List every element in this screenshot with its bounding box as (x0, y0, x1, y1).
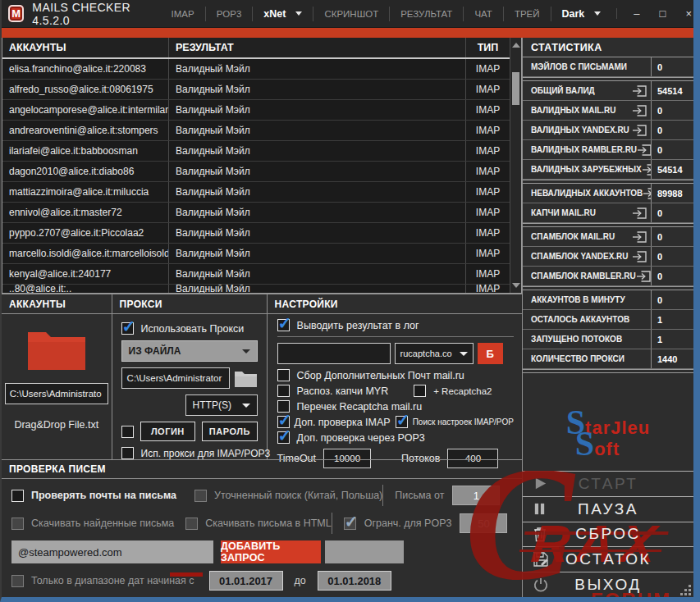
cell-account: ..80@alice.it:.. (2, 285, 168, 293)
export-icon[interactable] (632, 231, 647, 243)
resize-grip[interactable] (680, 585, 691, 595)
export-icon[interactable] (632, 251, 647, 262)
cell-result: Валидный Мэйл (168, 203, 465, 222)
table-row[interactable]: mattiazzimoira@alice.it:miluccia Валидны… (2, 182, 510, 203)
exit-button[interactable]: ВЫХОД (523, 572, 693, 597)
imap-pop-search-checkbox[interactable] (396, 416, 408, 428)
export-icon[interactable] (632, 208, 647, 219)
check-mails-label: Проверять почты на письма (31, 490, 176, 501)
date-to-label: до (295, 575, 306, 586)
brand-text-2: oft (594, 439, 620, 459)
captcha-key-input[interactable] (277, 343, 391, 364)
menu-item-label: СКРИНШОТ (324, 9, 378, 19)
download-html-checkbox[interactable] (185, 518, 198, 530)
table-row[interactable]: ..80@alice.it:.. Валидный Мэйл IMAP (2, 285, 510, 293)
column-header-result[interactable]: РЕЗУЛЬТАТ (168, 38, 465, 57)
statistics-title: СТАТИСТИКА (523, 38, 693, 57)
column-header-type[interactable]: ТИП (465, 38, 510, 57)
menu-item[interactable]: IMAP (161, 7, 205, 21)
remainder-button[interactable]: ОСТАТОК (523, 546, 693, 572)
table-row[interactable]: ilariafei@alice.it:babboosman Валидный М… (2, 141, 510, 162)
myr-captcha-checkbox[interactable] (277, 385, 290, 397)
table-scrollbar[interactable] (510, 38, 521, 293)
stat-row-wrap: КАПЧИ MAIL.RU 0 (523, 203, 693, 223)
pop3-check-checkbox[interactable] (277, 431, 290, 444)
cell-account: ilariafei@alice.it:babboosman (2, 141, 168, 161)
stat-value: 0 (651, 57, 693, 76)
export-icon[interactable] (637, 144, 651, 156)
table-row[interactable]: angelocamporese@alice.it:intermilan Вали… (2, 100, 510, 121)
scroll-down-icon[interactable] (510, 280, 521, 291)
date-from-input[interactable]: 01.01.2017 (209, 571, 283, 591)
balance-button[interactable]: Б (478, 343, 503, 364)
reset-button[interactable]: СБРОС (523, 522, 693, 547)
export-icon[interactable] (632, 125, 647, 136)
captcha-service-select[interactable]: rucaptcha.co (395, 343, 474, 364)
proxy-source-select[interactable]: ИЗ ФАЙЛА (121, 340, 258, 362)
close-button[interactable]: × (685, 8, 692, 19)
keyword-input[interactable]: Приветствую вас, (305, 597, 471, 602)
recaptcha2-checkbox[interactable] (414, 385, 426, 397)
scroll-up-icon[interactable] (510, 39, 521, 51)
cell-type: IMAP (465, 203, 510, 222)
cell-account: marcello.isoldi@alice.it:marcelloisold (2, 244, 168, 263)
export-icon[interactable] (632, 85, 647, 97)
table-row[interactable]: elisa.franchino@alice.it:220083 Валидный… (2, 59, 510, 80)
table-row[interactable]: dagon2010@alice.it:diabo86 Валидный Мэйл… (2, 162, 510, 182)
stat-label: ЗАПУЩЕНО ПОТОКОВ (531, 335, 622, 344)
right-panel: СТАТИСТИКА МЭЙЛОВ С ПИСЬМАМИ (522, 38, 693, 597)
browse-folder-icon[interactable] (234, 369, 258, 388)
query-list-box[interactable] (325, 540, 404, 563)
export-icon[interactable] (643, 188, 651, 199)
column-header-accounts[interactable]: АККАУНТЫ (2, 38, 168, 57)
pop3-limit-input[interactable]: 50 (460, 513, 507, 533)
check-mails-checkbox[interactable] (11, 490, 24, 502)
menu-item[interactable]: POP3 (205, 7, 253, 21)
export-icon[interactable] (636, 271, 651, 282)
pause-button[interactable]: ПАУЗА (523, 496, 693, 522)
date-to-input[interactable]: 01.01.2018 (318, 571, 391, 591)
collect-extra-mails-checkbox[interactable] (277, 369, 290, 381)
table-row[interactable]: andrearoventini@alice.it:stompers Валидн… (2, 121, 510, 141)
minimize-button[interactable]: – (634, 8, 639, 19)
export-icon[interactable] (632, 105, 647, 116)
proxy-imap-pop3-checkbox[interactable] (121, 447, 134, 459)
download-mails-checkbox[interactable] (11, 518, 24, 530)
menu-item[interactable]: ТРЕЙ (503, 7, 551, 21)
start-button[interactable]: СТАРТ (523, 471, 693, 496)
table-row[interactable]: alfredo_russo@alice.it:08061975 Валидный… (2, 80, 510, 100)
refined-search-checkbox[interactable] (194, 490, 207, 502)
mail-check-title: ПРОВЕРКА ПИСЕМ (2, 460, 522, 479)
query-input[interactable]: @steampowered.com (11, 540, 213, 563)
date-range-checkbox[interactable] (11, 575, 24, 587)
menu-item[interactable]: ЧАТ (463, 7, 502, 21)
proxy-password-button[interactable]: ПАРОЛЬ (202, 422, 258, 441)
menu-item[interactable]: СКРИНШОТ (313, 7, 389, 21)
drop-folder-icon[interactable] (2, 326, 112, 373)
table-row[interactable]: ennivol@alice.it:master72 Валидный Мэйл … (2, 203, 510, 223)
table-row[interactable]: marcello.isoldi@alice.it:marcelloisold В… (2, 244, 510, 264)
proxy-login-button[interactable]: ЛОГИН (140, 422, 196, 441)
proxy-path-input[interactable]: C:\Users\Administrator (121, 367, 230, 389)
stat-row: АККАУНТОВ В МИНУТУ 0 (523, 290, 693, 310)
proxy-protocol-select[interactable]: HTTP(S) (185, 394, 258, 416)
stat-value: 54514 (651, 160, 693, 179)
table-row[interactable]: kenyal@alice.it:240177 Валидный Мэйл IMA… (2, 264, 510, 285)
pop3-limit-checkbox[interactable] (344, 518, 356, 530)
accounts-file-path[interactable]: C:\Users\Administrato (5, 383, 108, 404)
scrollbar-thumb[interactable] (512, 72, 519, 105)
letters-from-input[interactable]: 1 (452, 486, 500, 505)
imap-pop-search-label: Поиск настроек IMAP/POP (413, 417, 514, 426)
table-row[interactable]: pyppo.2707@alice.it:Piccolaa2 Валидный М… (2, 223, 510, 244)
menu-item[interactable]: xNet (252, 7, 313, 21)
maximize-button[interactable]: □ (660, 8, 666, 19)
menu-item-label: РЕЗУЛЬТАТ (400, 9, 452, 19)
menu-item[interactable]: РЕЗУЛЬТАТ (389, 7, 463, 21)
log-output-checkbox[interactable] (277, 319, 290, 331)
export-icon[interactable] (642, 164, 651, 176)
add-query-button[interactable]: ДОБАВИТЬ ЗАПРОС (221, 540, 321, 563)
stat-row-wrap: ВАЛИДНЫХ YANDEX.RU 0 (523, 121, 693, 140)
use-proxy-checkbox[interactable] (121, 322, 134, 335)
menu-item[interactable]: Dark (551, 7, 612, 21)
proxy-auth-checkbox[interactable] (121, 426, 134, 438)
